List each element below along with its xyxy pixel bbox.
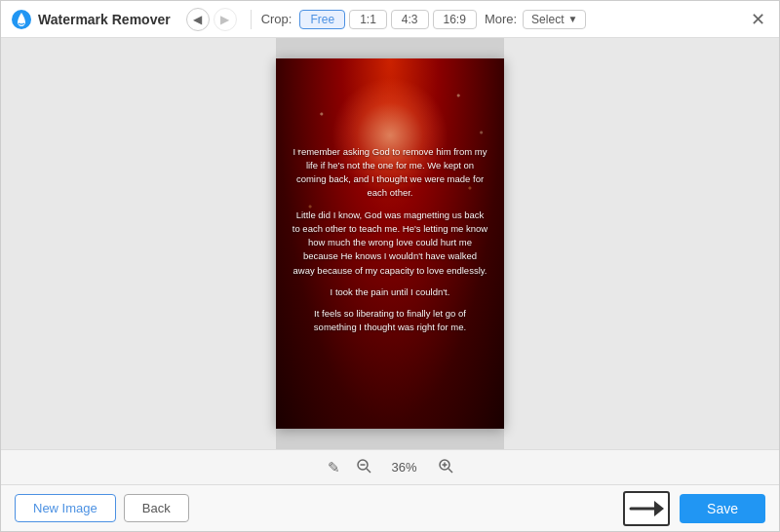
zoom-in-icon — [438, 458, 453, 476]
image-text-overlay: I remember asking God to remove him from… — [292, 145, 488, 343]
svg-line-5 — [448, 469, 452, 473]
save-button[interactable]: Save — [680, 494, 765, 523]
crop-4-3-button[interactable]: 4:3 — [391, 10, 429, 29]
image-text-3: I took the pain until I couldn't. — [292, 285, 488, 299]
app-logo — [11, 9, 32, 30]
image-content: I remember asking God to remove him from… — [276, 58, 504, 429]
image-text-1: I remember asking God to remove him from… — [292, 145, 488, 201]
title-bar: Watermark Remover ◀ ▶ Crop: Free 1:1 4:3… — [1, 1, 779, 38]
hand-tool-button[interactable]: ✎ — [326, 457, 342, 478]
new-image-button[interactable]: New Image — [15, 494, 116, 522]
zoom-bar: ✎ 36% — [1, 449, 779, 484]
zoom-out-icon — [356, 458, 371, 476]
nav-back-button[interactable]: ◀ — [186, 8, 210, 31]
nav-forward-button[interactable]: ▶ — [214, 8, 237, 31]
image-text-4: It feels so liberating to finally let go… — [292, 307, 488, 335]
crop-16-9-button[interactable]: 16:9 — [433, 10, 477, 29]
bottom-bar: New Image Back Save — [1, 484, 779, 531]
arrow-save-area: Save — [623, 491, 765, 526]
zoom-in-button[interactable] — [436, 456, 455, 478]
app-title: Watermark Remover — [38, 12, 171, 27]
crop-free-button[interactable]: Free — [299, 10, 345, 29]
hand-icon: ✎ — [328, 459, 340, 476]
image-wrapper: I remember asking God to remove him from… — [276, 38, 504, 449]
image-top-margin — [276, 38, 504, 58]
canvas-area: I remember asking God to remove him from… — [1, 38, 779, 449]
select-dropdown[interactable]: Select ▼ — [523, 10, 586, 29]
separator — [251, 10, 252, 29]
zoom-value: 36% — [385, 460, 424, 475]
image-container: I remember asking God to remove him from… — [276, 58, 504, 429]
back-button[interactable]: Back — [124, 494, 189, 522]
more-label: More: — [485, 12, 517, 26]
crop-1-1-button[interactable]: 1:1 — [349, 10, 387, 29]
dropdown-arrow-icon: ▼ — [567, 14, 577, 24]
image-text-2: Little did I know, God was magnetting us… — [292, 209, 488, 278]
image-bottom-margin — [276, 429, 504, 449]
svg-line-2 — [367, 469, 370, 473]
arrow-right-icon — [623, 491, 670, 526]
image-background: I remember asking God to remove him from… — [276, 58, 504, 429]
zoom-out-button[interactable] — [354, 456, 373, 478]
close-button[interactable]: ✕ — [747, 9, 769, 30]
crop-label: Crop: — [261, 12, 292, 26]
